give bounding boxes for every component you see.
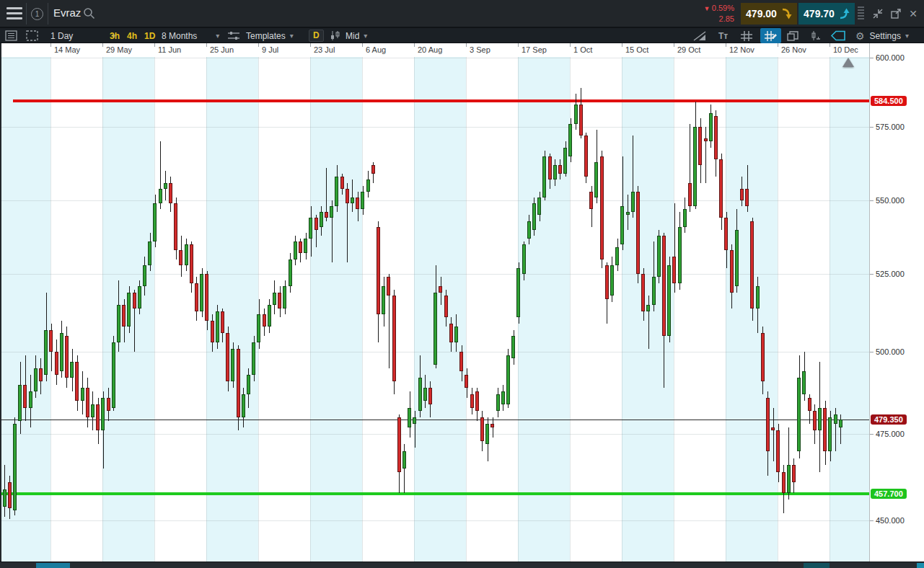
week-band [50, 57, 102, 562]
candle [164, 183, 167, 189]
candle [346, 189, 349, 203]
candle [159, 189, 162, 203]
candle [153, 203, 157, 241]
buy-price-button[interactable]: 479.70 [798, 3, 855, 25]
period-dropdown[interactable]: 1 Day [50, 28, 115, 43]
date-tick-label: 26 Nov [781, 45, 806, 54]
horizontal-gridline [0, 274, 869, 275]
candle [823, 408, 827, 451]
vertical-gridline [830, 57, 830, 562]
candle [205, 274, 208, 321]
candle [8, 482, 12, 508]
candle [693, 127, 697, 206]
gear-icon [855, 30, 865, 42]
layout-grid-icon[interactable] [26, 28, 38, 43]
candle [127, 293, 131, 327]
candle [683, 209, 687, 226]
scrollbar-segment[interactable] [804, 563, 830, 568]
chart-toolbar: 1 Day 3h 4h 1D 8 Months Templates D Mid [0, 28, 924, 43]
candle [600, 156, 604, 259]
candle [792, 465, 796, 482]
candle [23, 385, 27, 408]
candle [444, 296, 448, 317]
price-mode-dropdown[interactable]: Mid [346, 28, 367, 43]
candle [490, 424, 494, 427]
collapse-window-icon[interactable] [869, 5, 886, 22]
grid-tool-icon[interactable] [740, 28, 753, 43]
quick-period-3h[interactable]: 3h [110, 28, 120, 43]
candle-wick [493, 417, 493, 438]
scrollbar-segment[interactable] [36, 563, 70, 568]
resolution-button[interactable]: D [309, 28, 324, 43]
candle [626, 212, 630, 215]
candle [839, 420, 842, 427]
last-price-line[interactable] [0, 420, 869, 420]
candle [589, 192, 593, 209]
candle [325, 212, 328, 218]
candle [143, 265, 146, 287]
trendline-tool-icon[interactable] [692, 28, 707, 43]
layers-icon[interactable] [786, 28, 799, 43]
candle-style-icon[interactable] [329, 28, 342, 43]
price-axis[interactable]: 600.000575.000550.000525.000500.000475.0… [869, 43, 924, 562]
candle [740, 189, 744, 200]
pattern-tool-icon[interactable] [809, 28, 822, 43]
date-tick-label: 1 Oct [573, 45, 592, 54]
hamburger-menu-icon[interactable] [6, 7, 22, 20]
quote-panel-icon[interactable] [5, 28, 17, 43]
horizontal-gridline [0, 127, 869, 128]
candle [802, 371, 806, 394]
date-tick-label: 14 May [54, 45, 80, 54]
indicator-settings-icon[interactable] [227, 28, 240, 43]
candle [548, 156, 552, 180]
range-dropdown[interactable]: 8 Months [162, 28, 219, 43]
candle [278, 293, 281, 309]
account-one-icon[interactable]: 1 [31, 8, 43, 20]
vertical-gridline [50, 57, 51, 562]
support-line[interactable] [0, 492, 869, 495]
horizontal-gridline [0, 434, 869, 435]
draw-grid-tool-icon[interactable] [760, 28, 781, 43]
candle [558, 165, 562, 174]
chart-canvas[interactable]: 14 May29 May11 Jun25 Jun9 Jul23 Jul6 Aug… [0, 43, 869, 562]
quick-period-1d[interactable]: 1D [144, 28, 155, 43]
sell-price-button[interactable]: 479.00 [741, 3, 797, 25]
close-icon[interactable] [905, 5, 922, 22]
candle [434, 293, 437, 365]
date-tick [154, 43, 155, 47]
candle [294, 241, 297, 259]
candle [263, 314, 266, 327]
candle [366, 179, 370, 191]
candle [797, 378, 801, 451]
title-bar: 1 Evraz 0.59% 2.85 479.00 479.70 [0, 0, 924, 27]
open-in-new-window-icon[interactable] [887, 5, 905, 22]
candle [242, 394, 245, 417]
price-tick [870, 200, 874, 201]
scroll-to-latest-marker[interactable] [842, 58, 854, 67]
scrollbar-segment[interactable] [917, 563, 924, 568]
label-tool-icon[interactable] [830, 28, 847, 43]
candle-wick [705, 127, 706, 183]
templates-dropdown[interactable]: Templates [246, 28, 294, 43]
candle-wick [648, 296, 649, 348]
time-scrollbar[interactable] [0, 562, 924, 568]
candle [641, 274, 645, 311]
divider [48, 3, 48, 25]
resistance-line[interactable] [13, 99, 869, 102]
text-tool-icon[interactable] [718, 28, 728, 43]
candle [620, 206, 624, 244]
settings-button[interactable]: Settings [855, 28, 909, 43]
date-tick [778, 43, 778, 47]
date-tick [674, 43, 674, 47]
candle [667, 265, 671, 337]
search-icon[interactable] [83, 7, 95, 19]
candle [724, 218, 728, 250]
date-tick [570, 43, 571, 47]
date-tick-label: 3 Sep [470, 45, 490, 54]
drag-handle-icon[interactable] [858, 6, 864, 21]
candle [397, 417, 401, 472]
candle [735, 230, 739, 286]
candle [813, 411, 817, 430]
quick-period-4h[interactable]: 4h [127, 28, 137, 43]
vertical-gridline [726, 57, 726, 562]
